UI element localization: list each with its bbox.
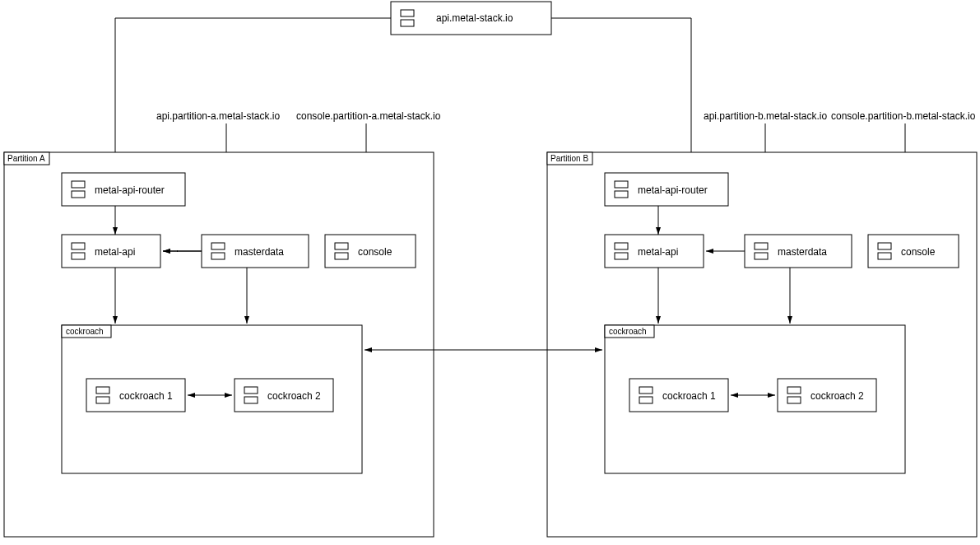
component-a-db2: cockroach 2 [235, 379, 333, 412]
component-a-router: metal-api-router [62, 173, 185, 206]
label-api-b: api.partition-b.metal-stack.io [704, 110, 827, 122]
line-top-to-b [551, 18, 691, 171]
component-b-master: masterdata [745, 235, 852, 268]
svg-text:cockroach 2: cockroach 2 [810, 390, 864, 402]
component-a-master: masterdata [202, 235, 309, 268]
svg-text:metal-api: metal-api [95, 246, 135, 258]
svg-text:cockroach: cockroach [609, 327, 647, 336]
svg-text:cockroach 2: cockroach 2 [267, 390, 321, 402]
svg-text:console: console [358, 246, 392, 258]
svg-text:masterdata: masterdata [778, 246, 827, 258]
component-b-api: metal-api [605, 235, 704, 268]
svg-text:cockroach 1: cockroach 1 [662, 390, 716, 402]
svg-text:cockroach 1: cockroach 1 [119, 390, 173, 402]
component-a-api: metal-api [62, 235, 160, 268]
label-console-a: console.partition-a.metal-stack.io [296, 110, 441, 122]
svg-text:metal-api-router: metal-api-router [638, 184, 708, 196]
top-api-label: api.metal-stack.io [436, 12, 513, 24]
partition-a-title: Partition A [7, 154, 45, 163]
component-b-console: console [868, 235, 959, 268]
svg-text:metal-api: metal-api [638, 246, 678, 258]
component-top-api: api.metal-stack.io [391, 2, 551, 35]
line-top-to-a [115, 18, 391, 171]
component-b-router: metal-api-router [605, 173, 728, 206]
svg-text:console: console [901, 246, 936, 258]
svg-text:metal-api-router: metal-api-router [95, 184, 165, 196]
component-a-console: console [325, 235, 416, 268]
component-b-db1: cockroach 1 [629, 379, 728, 412]
component-a-db1: cockroach 1 [86, 379, 185, 412]
label-api-a: api.partition-a.metal-stack.io [156, 110, 280, 122]
component-b-db2: cockroach 2 [778, 379, 876, 412]
svg-text:masterdata: masterdata [235, 246, 284, 258]
label-console-b: console.partition-b.metal-stack.io [831, 110, 976, 122]
svg-text:cockroach: cockroach [66, 327, 104, 336]
partition-b-title: Partition B [550, 154, 588, 163]
